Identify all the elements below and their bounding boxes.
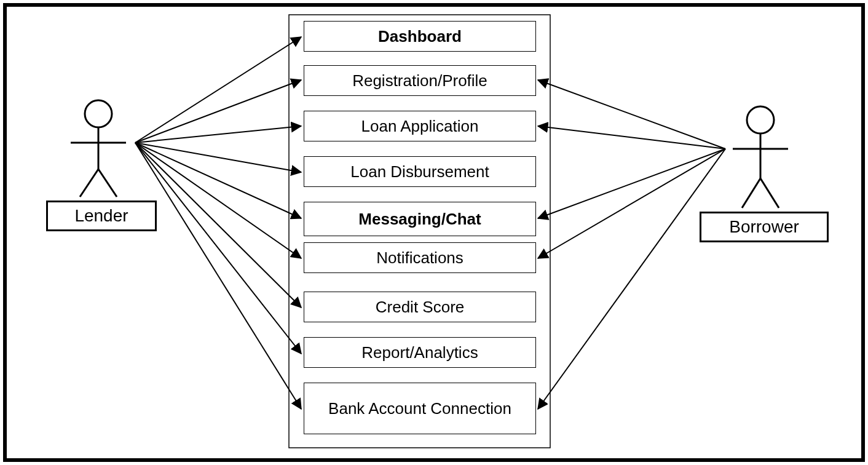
svg-line-21 [538,149,725,218]
svg-point-0 [85,100,112,127]
lender-associations [135,37,301,409]
usecase-dashboard: Dashboard [304,21,536,52]
svg-line-23 [538,149,725,409]
svg-line-19 [538,80,725,149]
usecase-messaging-chat: Messaging/Chat [304,202,536,236]
svg-point-5 [747,106,774,133]
usecase-loan-disbursement: Loan Disbursement [304,156,536,187]
actor-borrower-label: Borrower [700,212,829,242]
svg-line-4 [98,169,117,197]
svg-line-3 [80,169,98,197]
svg-line-22 [538,149,725,258]
actor-lender-label: Lender [46,201,157,231]
diagram-canvas: Lender Borrower Dashboard Registration/P… [0,0,868,465]
actor-lender-icon [71,100,126,197]
usecase-credit-score: Credit Score [304,292,536,322]
svg-line-14 [135,143,301,218]
svg-line-17 [135,143,301,354]
svg-line-18 [135,143,301,409]
svg-line-12 [135,126,301,143]
usecase-bank-account-connection: Bank Account Connection [304,383,536,434]
svg-line-8 [742,178,760,208]
usecase-registration-profile: Registration/Profile [304,65,536,96]
actor-borrower-icon [733,106,788,208]
usecase-report-analytics: Report/Analytics [304,337,536,368]
borrower-associations [538,80,725,409]
svg-line-20 [538,126,725,149]
svg-line-9 [760,178,779,208]
usecase-loan-application: Loan Application [304,111,536,141]
usecase-notifications: Notifications [304,242,536,273]
svg-line-15 [135,143,301,258]
